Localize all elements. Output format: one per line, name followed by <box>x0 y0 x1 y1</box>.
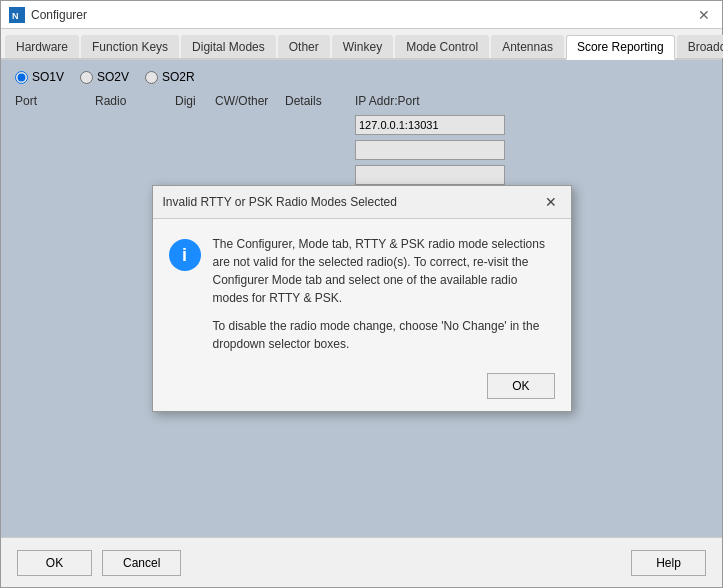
main-window: N Configurer ✕ Hardware Function Keys Di… <box>0 0 723 588</box>
dialog-ok-button[interactable]: OK <box>487 373 554 399</box>
app-icon: N <box>9 7 25 23</box>
tab-other[interactable]: Other <box>278 35 330 58</box>
info-icon-label: i <box>182 245 187 266</box>
tab-antennas[interactable]: Antennas <box>491 35 564 58</box>
info-icon: i <box>169 239 201 271</box>
tab-broadcast-data[interactable]: Broadcast Data <box>677 35 723 58</box>
dialog-footer: OK <box>153 365 571 411</box>
cancel-button[interactable]: Cancel <box>102 550 181 576</box>
dialog-overlay: Invalid RTTY or PSK Radio Modes Selected… <box>1 60 722 537</box>
tab-winkey[interactable]: Winkey <box>332 35 393 58</box>
tab-bar: Hardware Function Keys Digital Modes Oth… <box>1 29 722 60</box>
dialog-paragraph-1: The Configurer, Mode tab, RTTY & PSK rad… <box>213 235 555 307</box>
dialog-body: i The Configurer, Mode tab, RTTY & PSK r… <box>153 219 571 365</box>
tab-mode-control[interactable]: Mode Control <box>395 35 489 58</box>
dialog-title-bar: Invalid RTTY or PSK Radio Modes Selected… <box>153 186 571 219</box>
title-bar: N Configurer ✕ <box>1 1 722 29</box>
tab-digital-modes[interactable]: Digital Modes <box>181 35 276 58</box>
window-title: Configurer <box>31 8 87 22</box>
content-area: SO1V SO2V SO2R Port Radio Digi CW/Other … <box>1 60 722 537</box>
bottom-left-buttons: OK Cancel <box>17 550 181 576</box>
bottom-bar: OK Cancel Help <box>1 537 722 587</box>
help-button[interactable]: Help <box>631 550 706 576</box>
title-bar-left: N Configurer <box>9 7 87 23</box>
dialog-close-button[interactable]: ✕ <box>541 192 561 212</box>
close-button[interactable]: ✕ <box>694 5 714 25</box>
dialog: Invalid RTTY or PSK Radio Modes Selected… <box>152 185 572 412</box>
tab-score-reporting[interactable]: Score Reporting <box>566 35 675 60</box>
ok-button[interactable]: OK <box>17 550 92 576</box>
tab-function-keys[interactable]: Function Keys <box>81 35 179 58</box>
dialog-text: The Configurer, Mode tab, RTTY & PSK rad… <box>213 235 555 353</box>
dialog-paragraph-2: To disable the radio mode change, choose… <box>213 317 555 353</box>
dialog-title: Invalid RTTY or PSK Radio Modes Selected <box>163 195 397 209</box>
svg-text:N: N <box>12 11 19 21</box>
tab-hardware[interactable]: Hardware <box>5 35 79 58</box>
